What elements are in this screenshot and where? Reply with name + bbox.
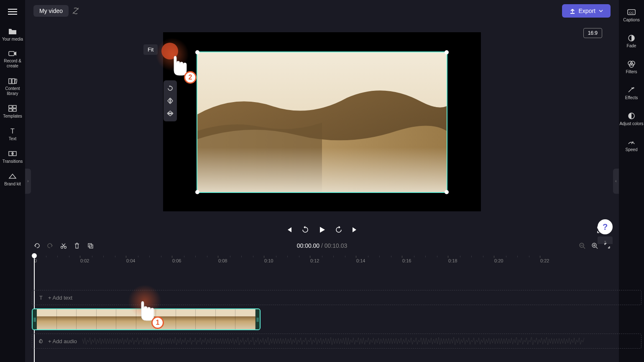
sidebar-item-label: Fade [627, 44, 636, 49]
ruler-tick: 0:06 [172, 258, 181, 263]
resize-handle-top-left[interactable] [195, 50, 199, 54]
delete-button[interactable] [74, 242, 80, 249]
resize-handle-bottom-right[interactable] [445, 190, 449, 194]
sidebar-item-label: Content library [0, 86, 25, 96]
sidebar-item-label: Adjust colors [619, 121, 643, 126]
sidebar-item-label: Your media [2, 37, 23, 42]
svg-point-25 [61, 246, 63, 249]
upload-icon [570, 8, 575, 14]
sidebar-item-your-media[interactable]: Your media [0, 23, 25, 46]
svg-rect-9 [9, 109, 12, 111]
clip-thumbnail [77, 309, 97, 329]
adjust-colors-icon [627, 112, 636, 120]
clip-trim-left[interactable]: || [33, 309, 37, 329]
add-audio-track[interactable]: + Add audio [32, 334, 641, 349]
sidebar-item-fade[interactable]: Fade [619, 28, 644, 54]
clip-thumbnail [196, 309, 216, 329]
ruler-tick: 0:10 [264, 258, 273, 263]
add-audio-label: + Add audio [48, 338, 77, 344]
sidebar-item-speed[interactable]: Speed [619, 132, 644, 158]
top-bar: My video Export [25, 0, 619, 22]
export-label: Export [579, 8, 595, 14]
library-icon [8, 77, 17, 85]
sidebar-item-label: Captions [623, 18, 639, 23]
clip-thumbnail [37, 309, 57, 329]
svg-line-30 [583, 247, 585, 249]
svg-line-33 [596, 247, 598, 249]
timeline-tracks: T + Add text || || + Add audio [32, 267, 641, 362]
empty-track[interactable] [32, 275, 641, 287]
rotate-button[interactable] [164, 82, 177, 95]
ruler-tick: 0:08 [218, 258, 227, 263]
step-badge-1: 1 [151, 316, 164, 329]
help-button[interactable]: ? [598, 219, 613, 234]
undo-button[interactable] [33, 242, 40, 249]
svg-rect-27 [88, 244, 92, 247]
sidebar-item-captions[interactable]: CC Captions [619, 3, 644, 28]
svg-text:CC: CC [629, 11, 634, 15]
ruler-tick: 0:14 [356, 258, 365, 263]
svg-line-22 [73, 8, 79, 14]
svg-text:T: T [39, 295, 43, 300]
flip-vertical-button[interactable] [164, 107, 177, 120]
zoom-in-button[interactable] [591, 242, 598, 249]
sidebar-item-label: Text [9, 136, 16, 141]
sidebar-item-effects[interactable]: Effects [619, 80, 644, 106]
video-title-input[interactable]: My video [33, 5, 69, 17]
sidebar-item-content-library[interactable]: Content library [0, 73, 25, 100]
svg-rect-5 [12, 79, 15, 84]
add-text-track[interactable]: T + Add text [32, 290, 641, 305]
svg-point-26 [64, 246, 66, 249]
selected-clip-frame[interactable] [197, 51, 447, 193]
clip-trim-right[interactable]: || [256, 309, 260, 329]
fit-timeline-button[interactable] [604, 242, 611, 249]
sidebar-item-transitions[interactable]: Transitions [0, 146, 25, 168]
ruler-tick: 0:18 [448, 258, 457, 263]
current-time: 00:00.00 [297, 242, 320, 249]
video-track[interactable]: || || [32, 308, 641, 330]
left-sidebar: Your media Record & create Content libra… [0, 0, 25, 362]
aspect-ratio-button[interactable]: 16:9 [583, 28, 602, 38]
audio-waveform-placeholder [82, 337, 584, 345]
duplicate-button[interactable] [87, 242, 94, 249]
svg-rect-8 [13, 105, 16, 108]
speed-icon [627, 138, 636, 146]
sidebar-item-adjust-colors[interactable]: Adjust colors [619, 106, 644, 132]
timeline-toolbar: 00:00.00 / 00:10.03 [25, 238, 619, 253]
resize-handle-bottom-left[interactable] [195, 190, 199, 194]
redo-button[interactable] [47, 242, 54, 249]
sidebar-item-label: Record & create [0, 59, 25, 69]
camera-icon [8, 50, 17, 57]
svg-rect-24 [197, 147, 447, 192]
export-button[interactable]: Export [562, 4, 611, 18]
svg-rect-6 [15, 79, 17, 84]
sidebar-item-filters[interactable]: Filters [619, 54, 644, 80]
timeline-ruler[interactable]: 00:020:040:060:080:100:120:140:160:180:2… [32, 256, 641, 267]
sidebar-item-record-create[interactable]: Record & create [0, 46, 25, 73]
step-badge-2: 2 [184, 71, 197, 84]
sidebar-item-brand-kit[interactable]: Brand kit [0, 168, 25, 191]
play-button[interactable] [318, 226, 326, 234]
forward-button[interactable] [335, 226, 343, 234]
flip-horizontal-button[interactable] [164, 95, 177, 107]
sidebar-item-label: Filters [626, 69, 637, 74]
skip-back-button[interactable] [285, 226, 293, 234]
add-text-label: + Add text [48, 295, 72, 301]
clip-floating-toolbar [164, 80, 177, 121]
preview-area: 16:9 [25, 22, 619, 222]
svg-rect-28 [89, 245, 93, 248]
preview-canvas[interactable] [163, 32, 481, 211]
sidebar-item-templates[interactable]: Templates [0, 100, 25, 123]
sync-disabled-icon[interactable] [72, 7, 79, 15]
rewind-button[interactable] [301, 226, 309, 234]
brandkit-icon [8, 172, 17, 180]
playhead-handle[interactable] [32, 253, 37, 258]
split-button[interactable] [60, 242, 67, 249]
sidebar-item-text[interactable]: T Text [0, 123, 25, 146]
zoom-out-button[interactable] [579, 242, 585, 249]
ruler-tick: 0:12 [310, 258, 319, 263]
playback-controls [25, 222, 619, 238]
resize-handle-top-right[interactable] [445, 50, 449, 54]
menu-icon[interactable] [8, 4, 17, 23]
skip-forward-button[interactable] [351, 226, 359, 234]
